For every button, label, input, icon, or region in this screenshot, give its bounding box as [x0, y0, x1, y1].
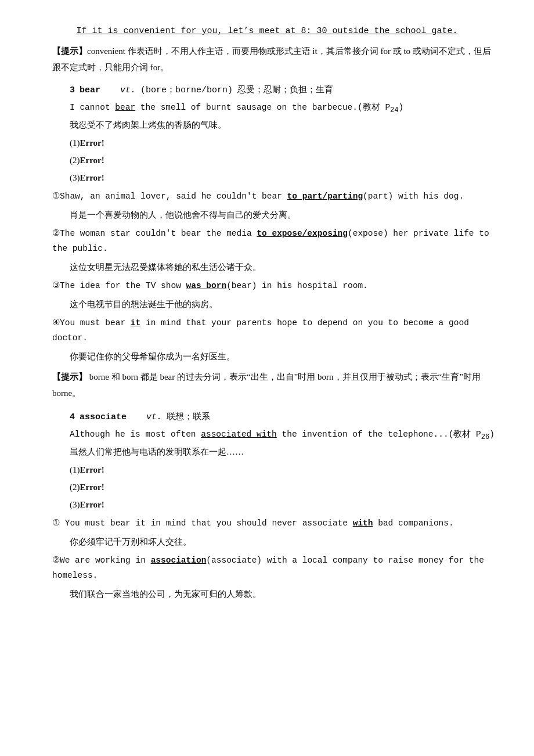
- page-content: If it is convenient for you, let’s meet …: [35, 23, 499, 602]
- sentence4-2-zh: 我们联合一家当地的公司，为无家可归的人筹款。: [70, 586, 499, 602]
- example4-zh: 虽然人们常把他与电话的发明联系在一起……: [70, 444, 499, 460]
- sentence3-3: ③The idea for the TV show was born(bear)…: [52, 279, 499, 293]
- error4-2: (2)Error!: [70, 480, 499, 495]
- vocab3-word: bear: [80, 82, 100, 98]
- tip3-bracket: 【提示】: [52, 372, 87, 381]
- vocab4-word: associate: [80, 409, 127, 425]
- tip3-text: borne 和 born 都是 bear 的过去分词，表示“出生，出自”时用 b…: [52, 372, 481, 398]
- sentence3-2-zh: 这位女明星无法忍受媒体将她的私生活公诸于众。: [70, 260, 499, 275]
- sentence3-1: ①Shaw, an animal lover, said he couldn't…: [52, 189, 499, 204]
- sentence3-4: ④You must bear it in mind that your pare…: [52, 316, 499, 345]
- tip1-block: 【提示】convenient 作表语时，不用人作主语，而要用物或形式主语 it，…: [52, 44, 499, 76]
- tip3-block: 【提示】 borne 和 born 都是 bear 的过去分词，表示“出生，出自…: [52, 369, 499, 402]
- error4-3: (3)Error!: [70, 497, 499, 513]
- vocab3-forms: (bore；borne/born): [140, 82, 233, 98]
- vocab3-num: 3: [70, 82, 75, 98]
- sentence3-2: ②The woman star couldn't bear the media …: [52, 226, 499, 256]
- example3-zh: 我忍受不了烤肉架上烤焦的香肠的气味。: [70, 117, 499, 133]
- error4-1: (1)Error!: [70, 462, 499, 478]
- error3-2: (2)Error!: [70, 153, 499, 168]
- vocab4-meaning: 联想；联系: [167, 409, 210, 424]
- example4-en: Although he is most often associated wit…: [70, 427, 499, 443]
- sentence3-4-zh: 你要记住你的父母希望你成为一名好医生。: [70, 349, 499, 365]
- vocab3-pos: vt.: [120, 82, 136, 98]
- sentence4-2: ②We are working in association(associate…: [52, 553, 499, 583]
- tip1-text: convenient 作表语时，不用人作主语，而要用物或形式主语 it，其后常接…: [52, 46, 491, 72]
- tip1-bracket: 【提示】: [52, 46, 87, 56]
- title-sentence: If it is convenient for you, let’s meet …: [35, 23, 499, 39]
- sentence4-1: ① You must bear it in mind that you shou…: [52, 516, 499, 531]
- vocab4-line: 4associate vt.联想；联系: [70, 409, 499, 425]
- vocab4-num: 4: [70, 409, 75, 425]
- sentence4-1-zh: 你必须牢记千万别和坏人交往。: [70, 534, 499, 550]
- error3-3: (3)Error!: [70, 170, 499, 186]
- example3-en: I cannot bear the smell of burnt sausage…: [70, 100, 499, 116]
- vocab4-pos: vt.: [146, 409, 162, 425]
- vocab3-line: 3bear vt.(bore；borne/born)忍受；忍耐；负担；生育: [70, 82, 499, 98]
- sentence3-1-zh: 肖是一个喜爱动物的人，他说他舍不得与自己的爱犬分离。: [70, 207, 499, 223]
- error3-1: (1)Error!: [70, 135, 499, 151]
- sentence3-3-zh: 这个电视节目的想法诞生于他的病房。: [70, 297, 499, 312]
- vocab3-meaning: 忍受；忍耐；负担；生育: [237, 82, 333, 98]
